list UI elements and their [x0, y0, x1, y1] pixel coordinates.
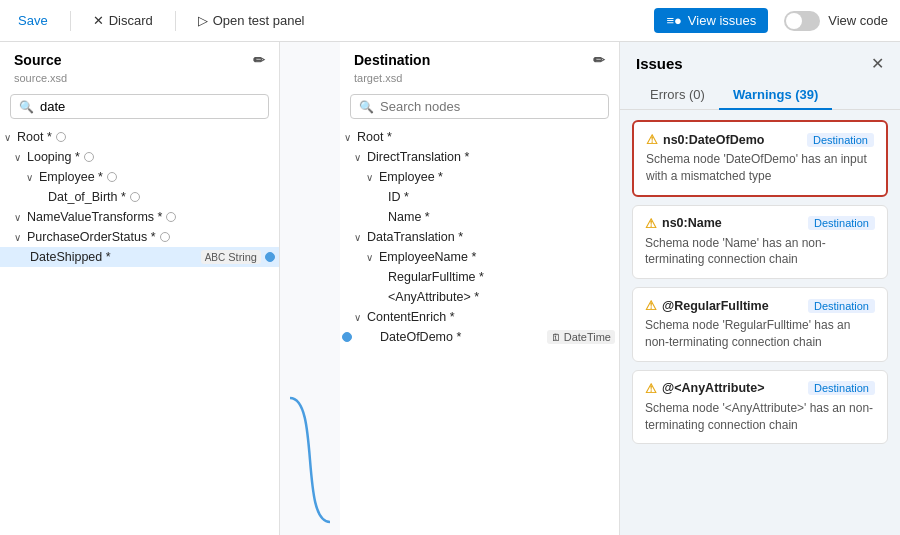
- node-label: DirectTranslation *: [367, 150, 469, 164]
- chevron-icon[interactable]: ∨: [14, 152, 21, 163]
- list-item[interactable]: Dat_of_Birth *: [0, 187, 279, 207]
- issue-name: ⚠ ns0:DateOfDemo: [646, 132, 764, 147]
- issue-dest-badge: Destination: [808, 216, 875, 230]
- chevron-icon[interactable]: ∨: [354, 152, 361, 163]
- node-label: Employee *: [379, 170, 443, 184]
- save-button[interactable]: Save: [12, 9, 54, 32]
- list-item[interactable]: ∨ DirectTranslation *: [340, 147, 619, 167]
- issues-title: Issues: [636, 55, 683, 72]
- source-title: Source: [14, 52, 61, 68]
- toggle-knob: [786, 13, 802, 29]
- dest-tree: ∨ Root * ∨ DirectTranslation * ∨ Employe…: [340, 127, 619, 535]
- list-item[interactable]: RegularFulltime *: [340, 267, 619, 287]
- destination-panel: Destination ✏ target.xsd 🔍 ∨ Root * ∨ Di…: [340, 42, 620, 535]
- abc-icon: ABC: [205, 252, 226, 263]
- issue-card-header: ⚠ ns0:DateOfDemo Destination: [646, 132, 874, 147]
- connection-canvas: [280, 42, 340, 535]
- discard-label: Discard: [109, 13, 153, 28]
- badge-label: DateTime: [564, 331, 611, 343]
- issue-name: ⚠ ns0:Name: [645, 216, 722, 231]
- tab-warnings[interactable]: Warnings (39): [719, 81, 832, 110]
- node-connector-dot: [166, 212, 176, 222]
- node-label: DateShipped *: [30, 250, 111, 264]
- source-panel: Source ✏ source.xsd 🔍 ∨ Root * ∨ Looping…: [0, 42, 280, 535]
- close-issues-button[interactable]: ✕: [871, 54, 884, 73]
- source-edit-icon[interactable]: ✏: [253, 52, 265, 68]
- chevron-icon[interactable]: ∨: [344, 132, 351, 143]
- issue-description: Schema node 'RegularFulltime' has an non…: [645, 317, 875, 351]
- list-item[interactable]: ⚠ ns0:Name Destination Schema node 'Name…: [632, 205, 888, 280]
- issue-id: ns0:Name: [662, 216, 722, 230]
- type-badge: ABC String: [201, 250, 261, 264]
- node-label: ContentEnrich *: [367, 310, 455, 324]
- node-label: PurchaseOrderStatus *: [27, 230, 156, 244]
- node-label: DateOfDemo *: [380, 330, 461, 344]
- issues-icon: ≡●: [666, 13, 681, 28]
- list-item[interactable]: ∨ Employee *: [0, 167, 279, 187]
- type-badge: 🗓 DateTime: [547, 330, 615, 344]
- chevron-icon[interactable]: ∨: [14, 212, 21, 223]
- issue-card-header: ⚠ @RegularFulltime Destination: [645, 298, 875, 313]
- open-test-panel-button[interactable]: ▷ Open test panel: [192, 9, 311, 32]
- node-label: DataTranslation *: [367, 230, 463, 244]
- source-subtitle: source.xsd: [0, 72, 279, 90]
- chevron-icon[interactable]: ∨: [366, 172, 373, 183]
- list-item[interactable]: ∨ Root *: [0, 127, 279, 147]
- toolbar-divider: [70, 11, 71, 31]
- list-item[interactable]: ∨ DataTranslation *: [340, 227, 619, 247]
- dest-edit-icon[interactable]: ✏: [593, 52, 605, 68]
- list-item[interactable]: ∨ NameValueTransforms *: [0, 207, 279, 227]
- list-item[interactable]: DateShipped * ABC String: [0, 247, 279, 267]
- node-label: Name *: [388, 210, 430, 224]
- list-item[interactable]: ∨ Employee *: [340, 167, 619, 187]
- badge-label: String: [228, 251, 257, 263]
- list-item[interactable]: ∨ EmployeeName *: [340, 247, 619, 267]
- node-label: Employee *: [39, 170, 103, 184]
- dest-subtitle: target.xsd: [340, 72, 619, 90]
- list-item[interactable]: ⚠ @RegularFulltime Destination Schema no…: [632, 287, 888, 362]
- save-label: Save: [18, 13, 48, 28]
- node-label: NameValueTransforms *: [27, 210, 162, 224]
- list-item[interactable]: Name *: [340, 207, 619, 227]
- issue-card-header: ⚠ ns0:Name Destination: [645, 216, 875, 231]
- chevron-icon[interactable]: ∨: [366, 252, 373, 263]
- list-item[interactable]: <AnyAttribute> *: [340, 287, 619, 307]
- view-code-area: View code: [784, 11, 888, 31]
- issue-dest-badge: Destination: [807, 133, 874, 147]
- chevron-icon[interactable]: ∨: [4, 132, 11, 143]
- list-item[interactable]: DateOfDemo * 🗓 DateTime: [340, 327, 619, 347]
- dest-search-input[interactable]: [380, 99, 600, 114]
- chevron-icon[interactable]: ∨: [354, 232, 361, 243]
- chevron-icon[interactable]: ∨: [26, 172, 33, 183]
- node-connector-dot: [265, 252, 275, 262]
- issue-id: @<AnyAttribute>: [662, 381, 764, 395]
- list-item[interactable]: ∨ Root *: [340, 127, 619, 147]
- toolbar: Save ✕ Discard ▷ Open test panel ≡● View…: [0, 0, 900, 42]
- warning-icon: ⚠: [645, 298, 657, 313]
- issue-name: ⚠ @<AnyAttribute>: [645, 381, 764, 396]
- list-item[interactable]: ∨ Looping *: [0, 147, 279, 167]
- node-label: <AnyAttribute> *: [388, 290, 479, 304]
- node-connector-dot: [107, 172, 117, 182]
- toolbar-divider2: [175, 11, 176, 31]
- chevron-icon[interactable]: ∨: [354, 312, 361, 323]
- list-item[interactable]: ∨ PurchaseOrderStatus *: [0, 227, 279, 247]
- view-issues-button[interactable]: ≡● View issues: [654, 8, 768, 33]
- discard-icon: ✕: [93, 13, 104, 28]
- list-item[interactable]: ⚠ @<AnyAttribute> Destination Schema nod…: [632, 370, 888, 445]
- issue-id: @RegularFulltime: [662, 299, 769, 313]
- list-item[interactable]: ID *: [340, 187, 619, 207]
- list-item[interactable]: ∨ ContentEnrich *: [340, 307, 619, 327]
- issues-header: Issues ✕: [620, 42, 900, 81]
- tab-errors[interactable]: Errors (0): [636, 81, 719, 110]
- source-panel-header: Source ✏: [0, 42, 279, 72]
- connection-line-svg: [280, 42, 340, 535]
- view-code-toggle[interactable]: [784, 11, 820, 31]
- source-search-input[interactable]: [40, 99, 260, 114]
- discard-button[interactable]: ✕ Discard: [87, 9, 159, 32]
- chevron-icon[interactable]: ∨: [14, 232, 21, 243]
- list-item[interactable]: ⚠ ns0:DateOfDemo Destination Schema node…: [632, 120, 888, 197]
- node-label: Root *: [17, 130, 52, 144]
- issues-list: ⚠ ns0:DateOfDemo Destination Schema node…: [620, 110, 900, 535]
- calendar-icon: 🗓: [551, 332, 561, 343]
